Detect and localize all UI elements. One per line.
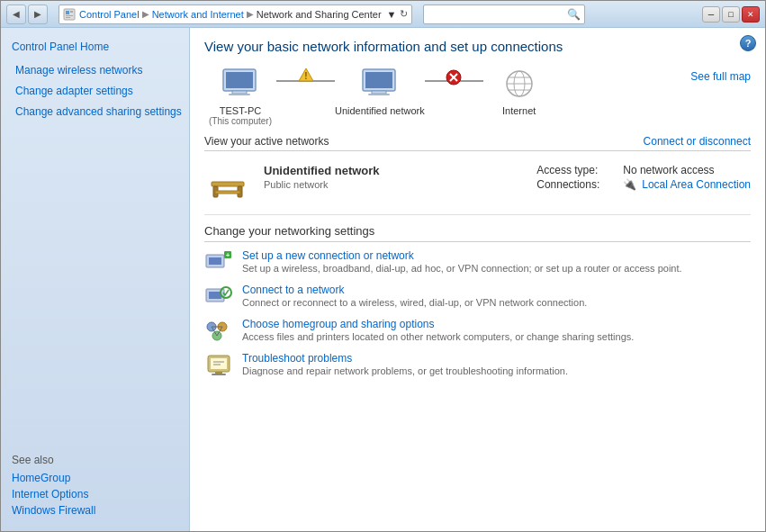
svg-rect-6 [226, 72, 253, 88]
homegroup-desc: Access files and printers located on oth… [242, 331, 634, 342]
svg-rect-23 [212, 182, 244, 186]
access-type-label: Access type: [536, 164, 617, 176]
window-controls: ─ □ ✕ [702, 6, 760, 23]
sidebar-item-change-adapter[interactable]: Change adapter settings [10, 81, 189, 102]
setting-connect-network: Connect to a network Connect or reconnec… [204, 284, 751, 309]
setting-homegroup: Choose homegroup and sharing options Acc… [204, 318, 751, 343]
svg-rect-26 [215, 191, 240, 194]
svg-rect-13 [372, 91, 386, 94]
sidebar-item-change-advanced[interactable]: Change advanced sharing settings [10, 102, 189, 122]
unidentified-icon [358, 67, 401, 103]
search-bar[interactable]: 🔍 [423, 5, 585, 24]
svg-rect-41 [211, 358, 227, 369]
computer-icon [219, 67, 262, 103]
content-area: Control Panel Home Manage wireless netwo… [1, 28, 765, 531]
svg-rect-3 [66, 15, 73, 16]
svg-rect-7 [232, 91, 247, 94]
refresh-button[interactable]: ↻ [400, 8, 408, 20]
svg-text:+: + [226, 251, 230, 259]
svg-rect-2 [70, 11, 73, 13]
connections-row: Connections: 🔌 Local Area Connection [536, 178, 751, 191]
internet-icon [498, 67, 541, 103]
connect-disconnect-link[interactable]: Connect or disconnect [644, 135, 751, 148]
computer-label: TEST-PC [220, 105, 261, 116]
minimize-button[interactable]: ─ [702, 6, 720, 23]
computer-node: TEST-PC (This computer) [204, 67, 276, 126]
troubleshoot-icon [204, 352, 233, 377]
main-panel: ? View your basic network information an… [190, 28, 765, 531]
connector-1: ! [276, 80, 335, 82]
settings-section: Change your networking settings + Set up… [204, 224, 751, 377]
see-full-map-link[interactable]: See full map [690, 70, 751, 83]
connection-icon: 🔌 [623, 178, 636, 191]
address-part-1: Control Panel [79, 9, 140, 20]
new-connection-icon: + [204, 249, 233, 275]
connect-network-icon [204, 284, 233, 309]
unidentified-label: Unidentified network [335, 105, 425, 116]
warning-icon: ! [298, 68, 314, 82]
maximize-button[interactable]: □ [722, 6, 740, 23]
svg-rect-14 [368, 94, 390, 95]
homegroup-content: Choose homegroup and sharing options Acc… [242, 318, 634, 342]
see-full-map-container: See full map [690, 67, 751, 83]
address-part-3: Network and Sharing Center [257, 9, 382, 20]
see-also-section: See also HomeGroup Internet Options Wind… [1, 446, 189, 522]
new-connection-content: Set up a new connection or network Set u… [242, 249, 682, 274]
connect-network-desc: Connect or reconnect to a wireless, wire… [242, 297, 587, 308]
nav-buttons: ◀ ▶ [6, 5, 48, 24]
homegroup-icon [204, 318, 233, 343]
search-icon: 🔍 [567, 8, 581, 21]
new-connection-desc: Set up a wireless, broadband, dial-up, a… [242, 263, 682, 274]
search-input[interactable] [428, 9, 567, 20]
see-also-homegroup[interactable]: HomeGroup [12, 470, 178, 486]
local-area-connection-link[interactable]: Local Area Connection [642, 178, 751, 191]
connect-network-link[interactable]: Connect to a network [242, 284, 587, 296]
title-bar-left: ◀ ▶ Control Panel ▶ Network and Internet [6, 5, 585, 24]
network-type: Public network [264, 179, 518, 190]
connections-label: Connections: [536, 178, 617, 191]
title-bar: ◀ ▶ Control Panel ▶ Network and Internet [1, 1, 765, 28]
network-bench-icon [204, 166, 251, 205]
access-type-value: No network access [623, 164, 714, 176]
close-button[interactable]: ✕ [742, 6, 760, 23]
troubleshoot-content: Troubleshoot problems Diagnose and repai… [242, 352, 568, 376]
setting-troubleshoot: Troubleshoot problems Diagnose and repai… [204, 352, 751, 377]
svg-rect-1 [66, 11, 69, 14]
sidebar-home[interactable]: Control Panel Home [1, 37, 189, 60]
x-icon [446, 69, 462, 86]
see-also-internet-options[interactable]: Internet Options [12, 486, 178, 502]
internet-label: Internet [502, 105, 536, 116]
address-bar[interactable]: Control Panel ▶ Network and Internet ▶ N… [59, 5, 412, 24]
svg-text:!: ! [304, 71, 307, 81]
connector-2 [425, 80, 483, 82]
see-also-windows-firewall[interactable]: Windows Firewall [12, 502, 178, 518]
svg-rect-8 [229, 94, 250, 95]
network-details: Access type: No network access Connectio… [536, 164, 751, 191]
help-button[interactable]: ? [740, 35, 756, 51]
main-window: ◀ ▶ Control Panel ▶ Network and Internet [0, 0, 766, 532]
sidebar-item-manage-wireless[interactable]: Manage wireless networks [10, 60, 189, 81]
svg-rect-45 [212, 374, 226, 375]
homegroup-link[interactable]: Choose homegroup and sharing options [242, 318, 634, 330]
computer-sublabel: (This computer) [209, 116, 272, 126]
settings-title: Change your networking settings [204, 224, 751, 242]
svg-rect-4 [66, 17, 70, 18]
sidebar-nav: Manage wireless networks Change adapter … [1, 60, 189, 122]
sep1: ▶ [142, 9, 149, 19]
forward-button[interactable]: ▶ [28, 5, 48, 24]
setting-new-connection: + Set up a new connection or network Set… [204, 249, 751, 275]
svg-rect-44 [215, 372, 222, 374]
back-button[interactable]: ◀ [6, 5, 26, 24]
sep2: ▶ [247, 9, 254, 19]
network-name: Unidentified network [264, 164, 518, 177]
svg-rect-32 [209, 292, 221, 299]
connect-network-content: Connect to a network Connect or reconnec… [242, 284, 587, 308]
unidentified-node: Unidentified network [335, 67, 425, 116]
new-connection-link[interactable]: Set up a new connection or network [242, 249, 682, 262]
address-icon [63, 8, 76, 21]
address-dropdown[interactable]: ▼ [387, 9, 397, 20]
page-title: View your basic network information and … [204, 39, 751, 54]
see-also-title: See also [12, 454, 178, 466]
troubleshoot-link[interactable]: Troubleshoot problems [242, 352, 568, 365]
troubleshoot-desc: Diagnose and repair network problems, or… [242, 365, 568, 376]
